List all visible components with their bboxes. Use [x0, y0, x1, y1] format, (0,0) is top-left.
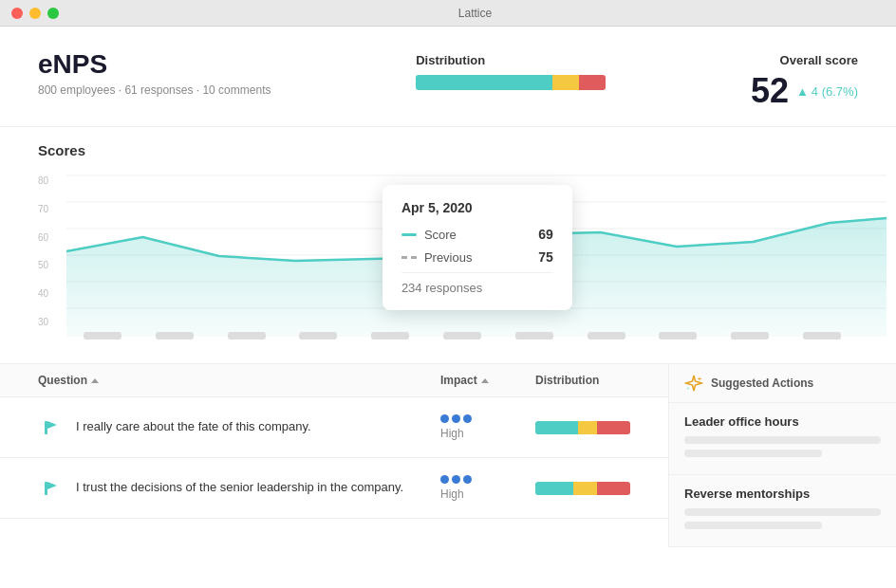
row-distribution: [535, 482, 649, 495]
scores-section: Scores 80 70 60 50 40 30: [0, 127, 896, 356]
maximize-dot[interactable]: [47, 8, 59, 19]
x-label: [588, 332, 625, 340]
header-center: Distribution: [416, 53, 606, 90]
row-flag-icon: [38, 414, 65, 441]
mini-dist-passive: [578, 421, 597, 434]
header: eNPS 800 employees · 61 responses · 10 c…: [0, 27, 896, 127]
tooltip-score-label-group: Score: [401, 228, 457, 242]
x-label: [515, 332, 553, 340]
x-label: [228, 332, 266, 340]
col-distribution-header: Distribution: [535, 374, 649, 387]
mini-dist-passive: [573, 482, 597, 495]
y-label: 60: [38, 232, 48, 243]
overall-score-row: 52 ▲ 4 (6.7%): [751, 71, 858, 111]
score-value: 69: [538, 227, 553, 242]
page-title: eNPS: [38, 49, 271, 80]
tooltip-responses: 234 responses: [401, 272, 553, 295]
impact-dot: [440, 475, 449, 484]
score-change: ▲ 4 (6.7%): [796, 84, 858, 99]
overall-score: 52: [751, 71, 789, 111]
x-label: [84, 332, 121, 340]
table-row: I trust the decisions of the senior lead…: [0, 458, 668, 519]
suggested-item-title: Leader office hours: [684, 414, 881, 429]
svg-rect-8: [45, 421, 47, 434]
x-label: [156, 332, 194, 340]
header-right: Overall score 52 ▲ 4 (6.7%): [751, 53, 858, 111]
close-dot[interactable]: [11, 8, 23, 19]
row-distribution: [535, 421, 649, 434]
previous-label: Previous: [424, 250, 473, 265]
dist-detractors: [579, 75, 606, 90]
table-header: Question Impact Distribution: [0, 364, 668, 397]
y-label: 80: [38, 175, 48, 186]
table-main: Question Impact Distribution: [0, 364, 668, 547]
row-question-text: I trust the decisions of the senior lead…: [76, 479, 440, 496]
impact-dot: [452, 414, 460, 423]
col-impact-header: Impact: [440, 374, 535, 387]
y-label: 30: [38, 317, 48, 327]
mini-dist-detractors: [597, 482, 630, 495]
tooltip-score-row: Score 69: [401, 227, 553, 242]
impact-dot: [452, 475, 460, 484]
table-container: Question Impact Distribution: [0, 364, 896, 547]
impact-label: High: [440, 427, 464, 440]
previous-value: 75: [538, 249, 553, 265]
main-container: eNPS 800 employees · 61 responses · 10 c…: [0, 27, 896, 588]
impact-dots: [440, 414, 472, 423]
suggested-line-2: [684, 522, 822, 529]
previous-line-icon: [401, 256, 417, 259]
row-flag-icon: [38, 475, 65, 502]
svg-rect-9: [45, 482, 47, 495]
minimize-dot[interactable]: [29, 8, 41, 19]
scores-title: Scores: [38, 142, 858, 158]
arrow-up-icon: ▲: [796, 84, 809, 99]
dist-passive: [552, 75, 579, 90]
mini-dist-promoters: [535, 482, 573, 495]
mini-dist-promoters: [535, 421, 578, 434]
suggested-line-2: [684, 450, 822, 457]
impact-label: High: [440, 487, 464, 501]
impact-dot: [463, 414, 472, 423]
x-label: [731, 332, 769, 340]
suggested-item-1[interactable]: Leader office hours: [669, 403, 896, 475]
header-meta: 800 employees · 61 responses · 10 commen…: [38, 83, 271, 97]
x-label: [803, 332, 841, 340]
titlebar: Lattice: [0, 0, 896, 27]
x-label: [659, 332, 697, 340]
app-title: Lattice: [65, 7, 885, 20]
x-axis-labels: [38, 332, 858, 340]
distribution-bar: [416, 75, 606, 90]
score-line-icon: [401, 233, 417, 236]
y-label: 40: [38, 288, 48, 299]
x-label: [371, 332, 409, 340]
suggested-line-1: [684, 508, 881, 516]
y-axis-labels: 80 70 60 50 40 30: [38, 175, 48, 327]
mini-dist-detractors: [597, 421, 630, 434]
x-label: [299, 332, 337, 340]
table-section: Question Impact Distribution: [0, 363, 896, 547]
tooltip-previous-row: Previous 75: [401, 249, 553, 265]
x-label: [443, 332, 481, 340]
suggested-item-2[interactable]: Reverse mentorships: [669, 475, 896, 547]
overall-label: Overall score: [751, 53, 858, 67]
chart-tooltip: Apr 5, 2020 Score 69 Previous 75 234 res…: [383, 185, 572, 310]
impact-dots: [440, 475, 472, 484]
row-impact: High: [440, 414, 535, 440]
sort-icon[interactable]: [481, 378, 489, 383]
suggested-item-title: Reverse mentorships: [684, 487, 881, 501]
y-label: 50: [38, 260, 48, 270]
distribution-label: Distribution: [416, 53, 485, 67]
flag-icon: [42, 418, 61, 437]
suggested-line-1: [684, 436, 881, 444]
row-impact: High: [440, 475, 535, 501]
mini-dist-bar: [535, 421, 630, 434]
dist-promoters: [416, 75, 552, 90]
y-label: 70: [38, 204, 48, 214]
sort-icon[interactable]: [91, 378, 99, 383]
tooltip-date: Apr 5, 2020: [401, 200, 553, 215]
impact-dot: [463, 475, 472, 484]
tooltip-previous-label-group: Previous: [401, 250, 473, 265]
table-row: I really care about the fate of this com…: [0, 397, 668, 458]
suggested-actions-label: Suggested Actions: [711, 377, 813, 390]
row-question-text: I really care about the fate of this com…: [76, 418, 440, 435]
